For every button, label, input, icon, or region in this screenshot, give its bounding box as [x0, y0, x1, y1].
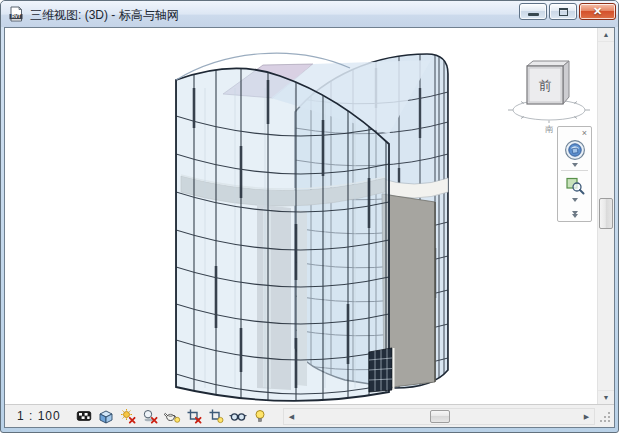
scroll-down-icon[interactable]: ▼ — [598, 390, 614, 404]
steering-wheel-button[interactable] — [562, 138, 588, 162]
zoom-button[interactable] — [562, 173, 588, 197]
resize-grip[interactable] — [595, 405, 614, 427]
compass-south-label: 南 — [545, 124, 554, 134]
reveal-hidden-elements-button[interactable] — [251, 408, 269, 425]
scale-button[interactable]: 1 : 100 — [17, 409, 61, 423]
vertical-scrollbar-thumb[interactable] — [599, 198, 613, 229]
scroll-up-icon[interactable]: ▲ — [598, 28, 614, 42]
crop-view-button[interactable] — [185, 408, 203, 425]
detail-level-button[interactable] — [75, 408, 93, 425]
navbar-close-icon[interactable]: × — [582, 127, 591, 138]
horizontal-scrollbar[interactable]: ◀ ▶ — [283, 408, 595, 425]
vertical-scrollbar[interactable]: ▲ ▼ — [597, 28, 614, 404]
scroll-left-icon[interactable]: ◀ — [284, 409, 299, 424]
sun-path-button[interactable] — [119, 408, 137, 425]
reveal-hidden-elements-icon — [254, 408, 266, 424]
crop-view-off-icon — [186, 408, 202, 424]
entry-door — [369, 348, 394, 392]
shadows-off-icon — [142, 408, 158, 424]
minimize-button[interactable] — [519, 3, 547, 20]
window-title: 三维视图: (3D) - 标高与轴网 — [30, 7, 179, 24]
view-control-bar-row: 1 : 100 — [5, 404, 614, 427]
rvt-document-icon: RVT — [8, 6, 24, 22]
svg-text:RVT: RVT — [11, 14, 20, 19]
zoom-menu-chevron-icon[interactable] — [572, 198, 578, 202]
minimize-icon — [528, 13, 539, 16]
navbar-separator — [561, 170, 588, 171]
title-bar[interactable]: RVT 三维视图: (3D) - 标高与轴网 ✕ — [1, 1, 618, 27]
maximize-icon — [559, 8, 568, 16]
close-icon: ✕ — [593, 5, 602, 17]
scroll-right-icon[interactable]: ▶ — [579, 409, 594, 424]
viewcube-front-label: 前 — [539, 78, 552, 93]
sun-path-off-icon — [120, 408, 136, 424]
close-button[interactable]: ✕ — [579, 3, 616, 20]
temporary-hide-isolate-icon — [229, 408, 247, 424]
crop-region-visibility-button[interactable] — [207, 408, 225, 425]
revit-view-window: RVT 三维视图: (3D) - 标高与轴网 ✕ — [0, 0, 619, 433]
navbar-options-button[interactable] — [572, 211, 578, 218]
view-client-area: 前 南 × — [4, 27, 615, 428]
viewcube-cube[interactable]: 前 — [527, 61, 569, 104]
steering-wheel-icon — [564, 139, 586, 161]
maximize-button[interactable] — [549, 3, 577, 20]
detail-level-icon — [76, 408, 92, 424]
visual-style-button[interactable] — [97, 408, 115, 425]
visual-style-icon — [98, 408, 114, 424]
crop-region-visibility-icon — [208, 408, 224, 424]
shadows-button[interactable] — [141, 408, 159, 425]
front-tower-glass — [176, 68, 389, 401]
temporary-hide-isolate-button[interactable] — [229, 408, 247, 425]
horizontal-scrollbar-thumb[interactable] — [430, 410, 450, 423]
navigation-bar: × — [557, 126, 592, 222]
steering-wheel-menu-chevron-icon[interactable] — [572, 163, 578, 167]
zoom-region-icon — [564, 174, 586, 196]
rendering-dialog-icon — [163, 408, 181, 424]
rendering-dialog-button[interactable] — [163, 408, 181, 425]
view-control-bar: 1 : 100 — [5, 405, 283, 427]
